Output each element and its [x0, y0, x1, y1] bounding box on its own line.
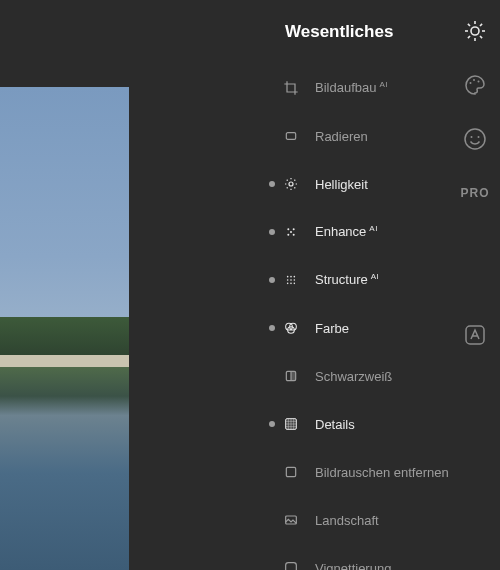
- tool-label: EnhanceAI: [315, 224, 378, 239]
- tool-label: Schwarzweiß: [315, 369, 392, 384]
- modified-dot-icon: [269, 181, 275, 187]
- svg-rect-36: [286, 467, 295, 476]
- svg-point-13: [293, 234, 295, 236]
- svg-point-50: [478, 81, 480, 83]
- portrait-tab-icon[interactable]: [462, 126, 488, 152]
- vignette-icon: [281, 558, 301, 570]
- details-icon: [281, 414, 301, 434]
- bw-icon: [281, 366, 301, 386]
- image-canvas[interactable]: [0, 87, 129, 570]
- ai-badge: AI: [379, 80, 388, 89]
- svg-point-14: [290, 231, 292, 233]
- crop-icon: [281, 78, 301, 98]
- svg-point-19: [290, 279, 292, 281]
- svg-point-48: [470, 82, 472, 84]
- eraser-icon: [281, 126, 301, 146]
- svg-point-17: [294, 276, 296, 278]
- tool-label: Helligkeit: [315, 177, 368, 192]
- svg-point-23: [294, 283, 296, 285]
- ai-badge: AI: [371, 272, 380, 281]
- svg-point-10: [287, 228, 289, 230]
- right-rail: PRO: [450, 0, 500, 570]
- svg-point-51: [465, 129, 485, 149]
- svg-point-39: [471, 27, 479, 35]
- tool-label: StructureAI: [315, 272, 379, 287]
- svg-point-18: [287, 279, 289, 281]
- color-icon: [281, 318, 301, 338]
- svg-line-47: [480, 24, 482, 26]
- ai-badge: AI: [369, 224, 378, 233]
- svg-point-16: [290, 276, 292, 278]
- essentials-panel: Wesentliches BildaufbauAIRadierenHelligk…: [129, 0, 450, 570]
- landscape-icon: [281, 510, 301, 530]
- enhance-icon: [281, 222, 301, 242]
- modified-dot-icon: [269, 421, 275, 427]
- pro-tab-label[interactable]: PRO: [462, 180, 488, 206]
- tool-label: Details: [315, 417, 355, 432]
- svg-point-49: [473, 79, 475, 81]
- svg-point-20: [294, 279, 296, 281]
- svg-point-53: [478, 136, 480, 138]
- svg-point-21: [287, 283, 289, 285]
- svg-rect-0: [286, 133, 295, 140]
- brightness-icon: [281, 174, 301, 194]
- tool-label: Bildrauschen entfernen: [315, 465, 449, 480]
- svg-line-9: [294, 180, 295, 181]
- svg-line-45: [480, 36, 482, 38]
- essentials-tab-icon[interactable]: [462, 18, 488, 44]
- svg-line-8: [287, 187, 288, 188]
- modified-dot-icon: [269, 229, 275, 235]
- tool-label: BildaufbauAI: [315, 80, 388, 95]
- svg-point-15: [287, 276, 289, 278]
- svg-line-46: [468, 36, 470, 38]
- modified-dot-icon: [269, 277, 275, 283]
- structure-icon: [281, 270, 301, 290]
- svg-point-22: [290, 283, 292, 285]
- svg-line-44: [468, 24, 470, 26]
- creative-tab-icon[interactable]: [462, 72, 488, 98]
- tool-label: Vignettierung: [315, 561, 391, 571]
- svg-point-52: [471, 136, 473, 138]
- panel-title: Wesentliches: [285, 22, 393, 42]
- tool-label: Radieren: [315, 129, 368, 144]
- svg-line-7: [294, 187, 295, 188]
- svg-rect-38: [286, 563, 297, 570]
- svg-point-12: [287, 234, 289, 236]
- svg-line-6: [287, 180, 288, 181]
- tool-label: Landschaft: [315, 513, 379, 528]
- tool-label: Farbe: [315, 321, 349, 336]
- modified-dot-icon: [269, 325, 275, 331]
- text-tab-icon[interactable]: [462, 322, 488, 348]
- svg-point-1: [289, 182, 293, 186]
- noise-icon: [281, 462, 301, 482]
- svg-point-11: [293, 228, 295, 230]
